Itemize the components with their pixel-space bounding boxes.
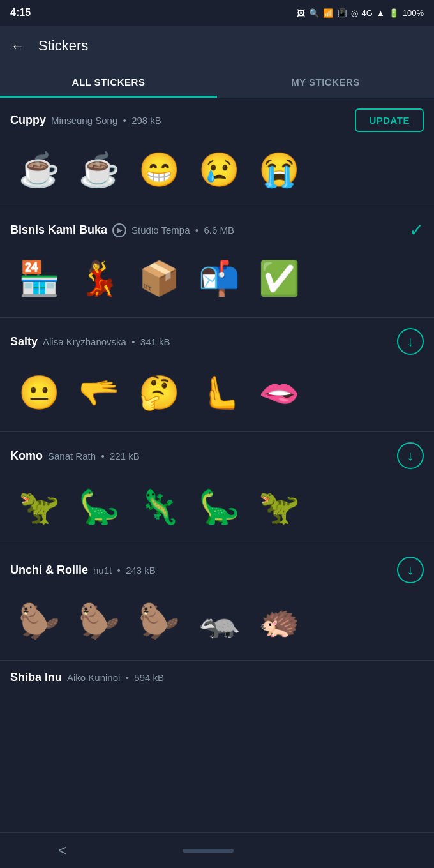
bottom-nav: < xyxy=(0,832,434,868)
status-time: 4:15 xyxy=(10,7,31,19)
sticker-item: 🦖 xyxy=(250,478,308,535)
pack-salty-download-button[interactable] xyxy=(397,328,424,355)
nav-home-pill xyxy=(183,849,234,853)
signal-bars: ▲ xyxy=(377,8,385,18)
pack-cuppy: Cuppy Minseung Song • 298 kB UPDATE ☕ ☕ … xyxy=(0,98,434,209)
sticker-item: 💃 xyxy=(70,250,128,307)
battery-icon: 🔋 xyxy=(389,8,399,18)
pack-salty-stickers: 😐 🫳 🤔 🫷 🫦 xyxy=(10,364,434,421)
sticker-item: 📦 xyxy=(130,250,188,307)
nav-back-button[interactable]: < xyxy=(58,842,66,859)
pack-cuppy-meta: Minseung Song • 298 kB xyxy=(51,115,161,126)
pack-bisnis-check-icon: ✓ xyxy=(409,220,424,240)
pack-unchi-stickers: 🦫 🦫 🦫 🦡 🦔 xyxy=(10,592,434,650)
sticker-item: 🏪 xyxy=(10,250,68,307)
pack-unchi: Unchi & Rollie nu1t • 243 kB 🦫 🦫 🦫 🦡 🦔 xyxy=(0,546,434,661)
pack-unchi-download-button[interactable] xyxy=(397,557,424,583)
status-bar: 4:15 🖼 🔍 📶 📳 ◎ 4G ▲ 🔋 100% xyxy=(0,0,434,26)
pack-shiba-title: Shiba Inu xyxy=(10,671,62,684)
pack-salty-meta: Alisa Kryzhanovska • 341 kB xyxy=(43,336,170,347)
sticker-item: 🦡 xyxy=(190,592,248,650)
pack-unchi-title: Unchi & Rollie xyxy=(10,564,88,577)
tab-all-stickers[interactable]: ALL STICKERS xyxy=(0,66,217,98)
sticker-item: 😢 xyxy=(190,141,248,198)
sticker-item: 📬 xyxy=(190,250,248,307)
network-label: 4G xyxy=(362,8,373,18)
page-title: Stickers xyxy=(38,38,88,54)
pack-komo-meta: Sanat Rath • 221 kB xyxy=(48,451,140,461)
tabs-bar: ALL STICKERS MY STICKERS xyxy=(0,66,434,98)
sticker-item: ✅ xyxy=(250,250,308,307)
pack-unchi-meta: nu1t • 243 kB xyxy=(93,565,156,576)
sticker-item: 🫷 xyxy=(190,364,248,421)
search-icon: 🔍 xyxy=(309,8,319,18)
pack-komo-title: Komo xyxy=(10,449,43,463)
sticker-item: 🦕 xyxy=(70,478,128,535)
sticker-item: 🦎 xyxy=(130,478,188,535)
battery-label: 100% xyxy=(403,8,424,18)
back-button[interactable]: ← xyxy=(10,37,26,55)
pack-bisnis-stickers: 🏪 💃 📦 📬 ✅ xyxy=(10,250,434,307)
sticker-item: 🦖 xyxy=(10,478,68,535)
sticker-item: ☕ xyxy=(70,141,128,198)
pack-cuppy-update-button[interactable]: UPDATE xyxy=(355,108,424,132)
sticker-item: 🫳 xyxy=(70,364,128,421)
status-icons: 🖼 🔍 📶 📳 ◎ 4G ▲ 🔋 100% xyxy=(297,8,424,18)
pack-komo-stickers: 🦖 🦕 🦎 🦕 🦖 xyxy=(10,478,434,535)
pack-komo-download-button[interactable] xyxy=(397,442,424,469)
signal-icon: 📶 xyxy=(323,8,333,18)
sticker-item: 🦔 xyxy=(250,592,308,650)
sticker-item: 😁 xyxy=(130,141,188,198)
tab-my-stickers[interactable]: MY STICKERS xyxy=(217,66,434,98)
sticker-item: 😐 xyxy=(10,364,68,421)
pack-komo: Komo Sanat Rath • 221 kB 🦖 🦕 🦎 🦕 🦖 xyxy=(0,432,434,546)
pack-salty-title: Salty xyxy=(10,335,38,348)
sticker-packs-list: Cuppy Minseung Song • 298 kB UPDATE ☕ ☕ … xyxy=(0,98,434,744)
sticker-item: 🦫 xyxy=(130,592,188,650)
pack-bisnis: Bisnis Kami Buka Studio Tempa • 6.6 MB ✓… xyxy=(0,209,434,318)
location-icon: ◎ xyxy=(351,8,358,18)
sticker-item: 🤔 xyxy=(130,364,188,421)
pack-bisnis-play-icon[interactable] xyxy=(112,223,126,237)
sticker-item: 😭 xyxy=(250,141,308,198)
pack-cuppy-title: Cuppy xyxy=(10,114,46,127)
pack-shiba-meta: Aiko Kuninoi • 594 kB xyxy=(67,672,164,683)
pack-bisnis-title: Bisnis Kami Buka xyxy=(10,223,107,237)
sticker-item: 🦫 xyxy=(10,592,68,650)
pack-shiba: Shiba Inu Aiko Kuninoi • 594 kB xyxy=(0,661,434,744)
vibrate-icon: 📳 xyxy=(337,8,347,18)
header: ← Stickers xyxy=(0,26,434,66)
sticker-item: 🦫 xyxy=(70,592,128,650)
pack-cuppy-stickers: ☕ ☕ 😁 😢 😭 xyxy=(10,141,434,198)
pack-salty: Salty Alisa Kryzhanovska • 341 kB 😐 🫳 🤔 … xyxy=(0,318,434,432)
pack-bisnis-meta: Studio Tempa • 6.6 MB xyxy=(131,225,234,236)
sticker-item: 🦕 xyxy=(190,478,248,535)
image-icon: 🖼 xyxy=(297,8,305,18)
sticker-item: 🫦 xyxy=(250,364,308,421)
sticker-item: ☕ xyxy=(10,141,68,198)
